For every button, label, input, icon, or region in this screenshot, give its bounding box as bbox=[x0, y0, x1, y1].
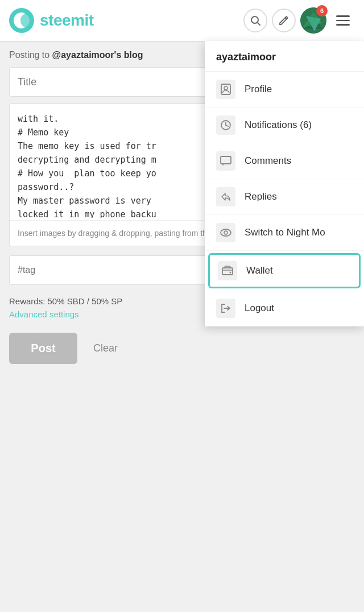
svg-rect-13 bbox=[221, 156, 231, 164]
header-actions: 6 bbox=[243, 7, 355, 34]
notifications-menu-icon bbox=[216, 115, 235, 135]
svg-point-14 bbox=[221, 229, 231, 236]
svg-point-9 bbox=[224, 86, 228, 90]
steemit-logo-icon bbox=[9, 8, 34, 33]
comments-menu-icon bbox=[216, 151, 235, 171]
menu-item-logout[interactable]: Logout bbox=[205, 291, 364, 326]
svg-line-3 bbox=[285, 18, 287, 19]
menu-item-wallet[interactable]: Wallet bbox=[208, 253, 361, 288]
post-button[interactable]: Post bbox=[9, 333, 77, 364]
reply-icon bbox=[220, 191, 232, 203]
svg-line-2 bbox=[258, 23, 260, 26]
edit-button[interactable] bbox=[272, 9, 296, 32]
clock-icon bbox=[220, 119, 232, 131]
wallet-menu-icon bbox=[218, 261, 237, 280]
dropdown-username: ayaztaimoor bbox=[205, 41, 364, 72]
comments-label: Comments bbox=[245, 155, 353, 167]
bottom-actions: Post Clear bbox=[9, 333, 355, 364]
profile-menu-icon bbox=[216, 80, 235, 99]
search-icon bbox=[250, 15, 261, 26]
logo-area: steemit bbox=[9, 8, 243, 33]
wallet-label: Wallet bbox=[246, 265, 351, 276]
menu-item-comments[interactable]: Comments bbox=[205, 143, 364, 179]
search-button[interactable] bbox=[243, 9, 267, 32]
profile-label: Profile bbox=[245, 84, 353, 95]
logout-menu-icon bbox=[216, 299, 235, 318]
hamburger-line-3 bbox=[336, 24, 350, 26]
night-mode-menu-icon bbox=[216, 223, 235, 242]
svg-rect-16 bbox=[222, 268, 233, 275]
edit-icon bbox=[278, 15, 289, 26]
hamburger-line-2 bbox=[336, 20, 350, 22]
svg-line-12 bbox=[226, 125, 228, 126]
svg-point-15 bbox=[224, 231, 228, 234]
svg-point-17 bbox=[230, 272, 231, 274]
replies-menu-icon bbox=[216, 187, 235, 206]
avatar-wrapper[interactable]: 6 bbox=[300, 7, 326, 34]
profile-icon bbox=[220, 83, 232, 96]
comments-icon bbox=[220, 155, 232, 167]
notification-badge: 6 bbox=[316, 5, 328, 16]
logo-text: steemit bbox=[40, 11, 94, 30]
menu-item-replies[interactable]: Replies bbox=[205, 179, 364, 215]
logout-label: Logout bbox=[245, 303, 353, 314]
wallet-icon bbox=[221, 264, 234, 277]
replies-label: Replies bbox=[245, 191, 353, 202]
menu-item-notifications[interactable]: Notifications (6) bbox=[205, 107, 364, 143]
dropdown-menu: ayaztaimoor Profile Notifications (6) bbox=[205, 41, 364, 326]
night-mode-label: Switch to Night Mo bbox=[245, 227, 353, 238]
header: steemit 6 bbox=[0, 0, 364, 41]
hamburger-line-1 bbox=[336, 15, 350, 17]
menu-item-profile[interactable]: Profile bbox=[205, 72, 364, 107]
eye-icon bbox=[220, 226, 232, 239]
blog-name: @ayaztaimoor's blog bbox=[52, 50, 143, 60]
logout-icon bbox=[220, 302, 232, 315]
hamburger-button[interactable] bbox=[331, 9, 355, 32]
posting-prefix: Posting to bbox=[9, 50, 52, 60]
menu-item-night-mode[interactable]: Switch to Night Mo bbox=[205, 215, 364, 251]
clear-button[interactable]: Clear bbox=[89, 333, 122, 363]
notifications-label: Notifications (6) bbox=[245, 119, 353, 131]
